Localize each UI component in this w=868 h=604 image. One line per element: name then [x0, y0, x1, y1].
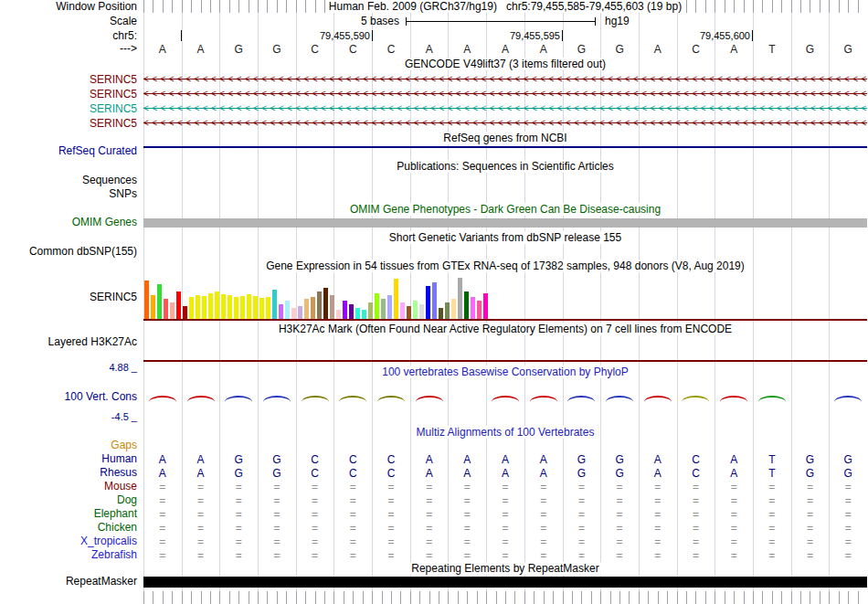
sequences-label[interactable]: Sequences — [0, 175, 137, 186]
alignment-cell: A — [410, 453, 449, 466]
alignment-cell: = — [333, 549, 372, 562]
alignment-human: AAGGCCCAAAAGGACATGG — [143, 453, 867, 466]
h3k27ac-title[interactable]: H3K27Ac Mark (Often Found Near Active Re… — [275, 323, 736, 335]
gtex-expression-bars[interactable] — [144, 273, 488, 319]
omim-title-row: OMIM Gene Phenotypes - Dark Green Can Be… — [0, 204, 868, 216]
gtex-gene-label[interactable]: SERINC5 — [0, 273, 137, 321]
alignment-cell: = — [258, 508, 296, 521]
alignment-cell: = — [600, 549, 639, 562]
publications-title[interactable]: Publications: Sequences in Scientific Ar… — [393, 160, 617, 173]
conservation-label[interactable]: 100 Vert. Cons — [0, 387, 137, 406]
gtex-tissue-bar — [375, 293, 379, 319]
multiz-title[interactable]: Multiz Alignments of 100 Vertebrates — [413, 426, 598, 439]
species-label-chicken[interactable]: Chicken — [0, 522, 137, 534]
transcript-label[interactable]: SERINC5 — [0, 87, 137, 101]
alignment-cell: C — [333, 467, 372, 480]
h3k27ac-row: Layered H3K27Ac — [0, 336, 868, 348]
conservation-peak — [567, 396, 595, 402]
gencode-transcript-row[interactable]: SERINC5 <<<<<<<<<<<<<<<<<<<<<<<<<<<<<<<<… — [0, 72, 868, 87]
conservation-peak — [187, 396, 215, 402]
alignment-cell: = — [182, 508, 220, 521]
strand-arrows: <<<<<<<<<<<<<<<<<<<<<<<<<<<<<<<<<<<<<<<<… — [143, 89, 867, 99]
repeatmasker-title[interactable]: Repeating Elements by RepeatMasker — [408, 562, 602, 575]
repeatmasker-label[interactable]: RepeatMasker — [0, 576, 137, 588]
gtex-tissue-bar — [228, 295, 232, 319]
alignment-cell: A — [715, 467, 753, 480]
transcript-intron-arrows[interactable]: <<<<<<<<<<<<<<<<<<<<<<<<<<<<<<<<<<<<<<<<… — [143, 87, 867, 101]
species-label-zebrafish[interactable]: Zebrafish — [0, 549, 137, 561]
scale-label: Scale — [0, 16, 137, 27]
alignment-cell: G — [219, 453, 258, 466]
alignment-cell: = — [296, 494, 334, 507]
base-letter: A — [410, 43, 449, 57]
snps-label[interactable]: SNPs — [0, 188, 137, 200]
gencode-transcript-row[interactable]: SERINC5 <<<<<<<<<<<<<<<<<<<<<<<<<<<<<<<<… — [0, 101, 868, 116]
common-dbsnp-row: Common dbSNP(155) — [0, 246, 868, 258]
alignment-xtropicalis: =================== — [143, 535, 867, 548]
alignment-cell: = — [333, 481, 372, 493]
species-label-mouse[interactable]: Mouse — [0, 481, 137, 493]
base-sequence-row[interactable]: ---> AAGGCCCAAAAGGACATGG — [0, 43, 868, 57]
conservation-peak — [758, 396, 786, 402]
transcript-label[interactable]: SERINC5 — [0, 116, 137, 131]
conservation-peak — [302, 396, 329, 402]
gencode-title[interactable]: GENCODE V49lift37 (3 items filtered out) — [401, 58, 609, 70]
alignment-cell: C — [372, 453, 410, 466]
base-sequence[interactable]: AAGGCCCAAAAGGACATGG — [143, 43, 867, 57]
alignment-cell: = — [753, 508, 791, 521]
transcript-label[interactable]: SERINC5 — [0, 101, 137, 116]
common-dbsnp-label[interactable]: Common dbSNP(155) — [0, 246, 137, 258]
species-label-dog[interactable]: Dog — [0, 494, 137, 506]
transcript-intron-arrows[interactable]: <<<<<<<<<<<<<<<<<<<<<<<<<<<<<<<<<<<<<<<<… — [143, 116, 867, 131]
gtex-title[interactable]: Gene Expression in 54 tissues from GTEx … — [262, 260, 748, 272]
refseq-curated-label[interactable]: RefSeq Curated — [0, 145, 137, 157]
dbsnp-title[interactable]: Short Genetic Variants from dbSNP releas… — [386, 231, 625, 244]
omim-genes-bar[interactable] — [143, 218, 867, 228]
alignment-cell: = — [449, 535, 487, 548]
transcript-label[interactable]: SERINC5 — [0, 72, 137, 87]
alignment-cell: G — [563, 453, 601, 466]
alignment-cell: A — [486, 453, 524, 466]
omim-title[interactable]: OMIM Gene Phenotypes - Dark Green Can Be… — [346, 203, 664, 216]
alignment-cell: A — [486, 467, 524, 480]
transcript-intron-arrows[interactable]: <<<<<<<<<<<<<<<<<<<<<<<<<<<<<<<<<<<<<<<<… — [143, 72, 867, 87]
refseq-title[interactable]: RefSeq genes from NCBI — [439, 132, 570, 144]
multiz-row-chicken: Chicken =================== — [0, 522, 868, 535]
gtex-tissue-bar — [272, 290, 277, 319]
ruler-tick-label: 79,455,600 — [676, 30, 750, 42]
alignment-cell: A — [639, 467, 677, 480]
gencode-transcript-row[interactable]: SERINC5 <<<<<<<<<<<<<<<<<<<<<<<<<<<<<<<<… — [0, 87, 868, 101]
base-letter: C — [333, 43, 372, 57]
species-label-rhesus[interactable]: Rhesus — [0, 467, 137, 479]
base-letter: A — [182, 43, 220, 57]
alignment-cell: = — [524, 481, 563, 493]
species-label-gaps[interactable]: Gaps — [0, 440, 137, 451]
alignment-cell: = — [753, 494, 791, 507]
species-label-elephant[interactable]: Elephant — [0, 508, 137, 520]
h3k27ac-label[interactable]: Layered H3K27Ac — [0, 336, 137, 348]
omim-genes-label[interactable]: OMIM Genes — [0, 217, 137, 228]
gtex-tissue-bar — [355, 308, 360, 319]
gtex-track-row: SERINC5 — [0, 273, 868, 321]
gtex-tissue-bar — [439, 308, 443, 319]
conservation-wiggle[interactable] — [143, 387, 867, 406]
alignment-cell: = — [791, 481, 830, 493]
alignment-cell: = — [182, 481, 220, 493]
alignment-cell: = — [333, 508, 372, 521]
base-letter: G — [829, 43, 867, 57]
base-letter: A — [524, 43, 563, 57]
species-label-xtropicalis[interactable]: X_tropicalis — [0, 535, 137, 547]
alignment-cell: C — [296, 453, 334, 466]
gtex-tissue-bar — [368, 302, 373, 319]
gtex-tissue-bar — [343, 301, 347, 319]
species-label-human[interactable]: Human — [0, 453, 137, 465]
alignment-cell: = — [677, 535, 715, 548]
gencode-transcript-row[interactable]: SERINC5 <<<<<<<<<<<<<<<<<<<<<<<<<<<<<<<<… — [0, 116, 868, 131]
window-position-label: Window Position — [0, 1, 137, 13]
transcript-intron-arrows[interactable]: <<<<<<<<<<<<<<<<<<<<<<<<<<<<<<<<<<<<<<<<… — [143, 101, 867, 116]
alignment-cell: = — [449, 494, 487, 507]
phylop-title[interactable]: 100 vertebrates Basewise Conservation by… — [378, 366, 631, 378]
alignment-cell: = — [791, 508, 830, 521]
repeatmasker-bar[interactable] — [143, 577, 867, 588]
base-letter: A — [639, 43, 677, 57]
